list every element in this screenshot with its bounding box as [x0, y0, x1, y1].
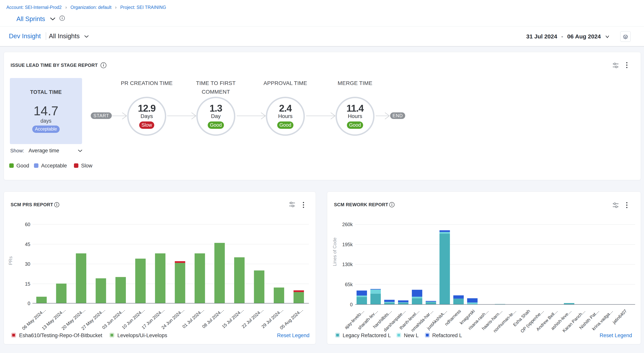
svg-text:130k: 130k — [342, 262, 353, 267]
svg-text:jatin6407: jatin6407 — [612, 308, 628, 325]
svg-text:65k: 65k — [345, 282, 353, 287]
svg-text:OP (oppenhe…: OP (oppenhe… — [520, 308, 545, 334]
svg-text:195k: 195k — [342, 242, 353, 247]
svg-text:0: 0 — [350, 302, 353, 307]
svg-text:Lines of Code: Lines of Code — [332, 238, 337, 266]
svg-text:260k: 260k — [342, 222, 353, 227]
